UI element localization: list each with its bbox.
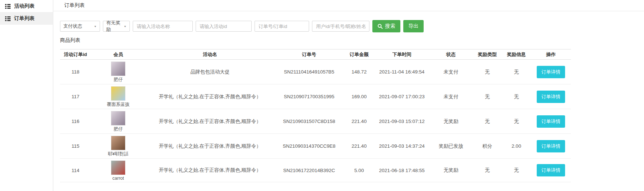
time-cell: 2021-06-18 17:48:55: [375, 159, 429, 182]
col-header-order-id: 活动订单id: [60, 49, 91, 60]
sidebar-item-activity-list[interactable]: 活动列表: [0, 0, 53, 12]
order-id-cell: 114: [60, 159, 91, 182]
tab-bar: 订单列表: [53, 0, 644, 11]
status-cell: 奖励已发放: [429, 134, 473, 159]
search-button-label: 搜索: [385, 23, 395, 29]
filter-bar: 支付状态 ▼ 有无奖励 ▼: [60, 20, 644, 32]
order-id-cell: 115: [60, 134, 91, 159]
col-header-activity: 活动名: [145, 49, 275, 60]
reward-select-value: 有无奖励: [106, 20, 124, 33]
reward-type-cell: 无: [473, 60, 502, 84]
member-cell: carrot: [91, 159, 145, 182]
table-row: 115 耶¥耶對話 开学礼（礼义之始,在于正容体,齐颜色,顺辞令） SN2109…: [60, 134, 571, 159]
member-name: 覆面系蓝孩: [107, 102, 130, 108]
export-button[interactable]: 导出: [403, 20, 424, 32]
time-cell: 2021-09-03 14:37:24: [375, 134, 429, 159]
activity-name-cell: 品牌包包活动大促: [145, 60, 275, 84]
user-input[interactable]: [312, 21, 369, 32]
order-no-input[interactable]: [255, 21, 309, 32]
member-name: 耶¥耶對話: [108, 151, 129, 157]
pay-status-select[interactable]: 支付状态 ▼: [60, 21, 100, 32]
col-header-reward-info: 奖励信息: [502, 49, 531, 60]
table-header-row: 活动订单id 会员 活动名 订单号 订单金额 下单时间 状态 奖励类型 奖励信息…: [60, 49, 571, 60]
order-no-cell: SN21061722014B392C: [275, 159, 344, 182]
export-button-label: 导出: [408, 23, 419, 29]
section-label-goods: 商品列表: [60, 37, 644, 44]
member-cell: 耶¥耶對話: [91, 134, 145, 158]
activity-name-input[interactable]: [133, 21, 193, 32]
sidebar: 活动列表 订单列表: [0, 0, 53, 191]
amount-cell: 148.72: [344, 60, 375, 84]
table-row: 114 carrot 开学礼（礼义之始,在于正容体,齐颜色,顺辞令） SN210…: [60, 159, 571, 182]
app-root: 活动列表 订单列表 订单列表 支付状态 ▼: [0, 0, 644, 191]
col-header-order-no: 订单号: [275, 49, 344, 60]
tab-order-list[interactable]: 订单列表: [64, 2, 85, 9]
table-row: 116 肥仔 开学礼（礼义之始,在于正容体,齐颜色,顺辞令） SN2109031…: [60, 109, 571, 134]
col-header-amount: 订单金额: [344, 49, 375, 60]
status-cell: 无奖励: [429, 159, 473, 182]
table-row: 118 肥仔 品牌包包活动大促 SN21110416491057B5 148.7…: [60, 60, 571, 84]
content-area: 支付状态 ▼ 有无奖励 ▼: [53, 11, 644, 182]
reward-select[interactable]: 有无奖励 ▼: [103, 21, 130, 32]
order-detail-button[interactable]: 订单详情: [537, 66, 565, 78]
reward-info-cell: 无: [502, 159, 531, 182]
reward-type-cell: 无: [473, 159, 502, 182]
activity-id-input[interactable]: [196, 21, 252, 32]
member-name: 肥仔: [114, 77, 123, 83]
order-id-cell: 117: [60, 84, 91, 109]
order-detail-button[interactable]: 订单详情: [537, 164, 565, 176]
col-header-operation: 操作: [531, 49, 571, 60]
activity-name-cell: 开学礼（礼义之始,在于正容体,齐颜色,顺辞令）: [145, 84, 275, 109]
col-header-time: 下单时间: [375, 49, 429, 60]
member-avatar: [111, 61, 125, 76]
col-header-reward-type: 奖励类型: [473, 49, 502, 60]
amount-cell: 221.40: [344, 134, 375, 159]
table-row: 117 覆面系蓝孩 开学礼（礼义之始,在于正容体,齐颜色,顺辞令） SN2109…: [60, 84, 571, 109]
order-detail-button[interactable]: 订单详情: [537, 140, 565, 152]
activity-name-cell: 开学礼（礼义之始,在于正容体,齐颜色,顺辞令）: [145, 109, 275, 134]
amount-cell: 169.00: [344, 84, 375, 109]
search-icon: [377, 24, 383, 29]
member-cell: 肥仔: [91, 60, 145, 84]
col-header-status: 状态: [429, 49, 473, 60]
status-cell: 无奖励: [429, 109, 473, 134]
order-detail-button[interactable]: 订单详情: [537, 91, 565, 103]
list-icon: [5, 16, 11, 21]
time-cell: 2021-09-07 17:00:23: [375, 84, 429, 109]
member-cell: 肥仔: [91, 109, 145, 134]
activity-name-cell: 开学礼（礼义之始,在于正容体,齐颜色,顺辞令）: [145, 159, 275, 182]
main-panel: 订单列表 支付状态 ▼ 有无奖励 ▼: [53, 0, 644, 191]
reward-info-cell: 无: [502, 60, 531, 84]
sidebar-item-order-list[interactable]: 订单列表: [0, 12, 53, 25]
order-no-cell: SN21090314370CC9E8: [275, 134, 344, 159]
member-cell: 覆面系蓝孩: [91, 84, 145, 109]
member-avatar: [111, 136, 125, 150]
reward-type-cell: 无: [473, 109, 502, 134]
order-id-cell: 116: [60, 109, 91, 134]
reward-info-cell: 2.00: [502, 134, 531, 159]
chevron-down-icon: ▼: [124, 25, 127, 27]
sidebar-item-label: 订单列表: [14, 15, 35, 22]
order-table: 活动订单id 会员 活动名 订单号 订单金额 下单时间 状态 奖励类型 奖励信息…: [60, 49, 571, 182]
reward-type-cell: 无: [473, 84, 502, 109]
col-header-member: 会员: [91, 49, 145, 60]
member-name: 肥仔: [114, 126, 123, 132]
order-detail-button[interactable]: 订单详情: [537, 115, 565, 128]
amount-cell: 221.40: [344, 109, 375, 134]
status-cell: 未支付: [429, 84, 473, 109]
member-avatar: [111, 86, 125, 101]
reward-info-cell: 无: [502, 109, 531, 134]
reward-info-cell: 无: [502, 84, 531, 109]
sidebar-item-label: 活动列表: [14, 3, 35, 9]
time-cell: 2021-11-04 16:49:54: [375, 60, 429, 84]
search-button[interactable]: 搜索: [372, 20, 400, 32]
list-icon: [5, 4, 11, 8]
amount-cell: 5.00: [344, 159, 375, 182]
member-name: carrot: [112, 176, 124, 181]
order-no-cell: SN2109031507C8D158: [275, 109, 344, 134]
reward-type-cell: 积分: [473, 134, 502, 159]
activity-name-cell: 开学礼（礼义之始,在于正容体,齐颜色,顺辞令）: [145, 134, 275, 159]
member-avatar: [111, 111, 125, 126]
pay-status-select-value: 支付状态: [63, 23, 82, 29]
order-id-cell: 118: [60, 60, 91, 84]
